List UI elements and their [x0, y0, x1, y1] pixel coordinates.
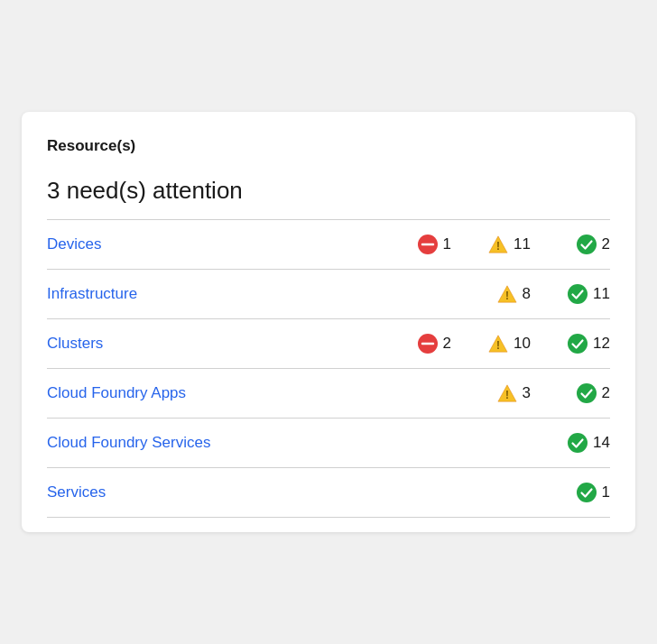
table-row: Devices 1 ! 11 2 [47, 220, 610, 270]
svg-text:!: ! [505, 389, 509, 401]
table-row: Services 1 [47, 468, 610, 518]
status-groups: 1 ! 11 2 [397, 235, 610, 254]
svg-text:!: ! [505, 290, 509, 302]
ok-status-group: 2 [556, 235, 610, 254]
table-row: Cloud Foundry Services 14 [47, 419, 610, 468]
check-icon [568, 284, 588, 304]
blocked-count: 1 [443, 235, 451, 253]
card-title: Resource(s) [47, 137, 610, 155]
warning-status-group: ! 3 [477, 383, 531, 403]
resource-name[interactable]: Services [47, 483, 245, 501]
ok-status-group: 12 [556, 334, 610, 354]
check-icon [568, 433, 588, 453]
ok-status-group: 1 [556, 483, 610, 502]
status-groups: ! 3 2 [404, 383, 610, 403]
ok-status-group: 2 [556, 383, 610, 403]
svg-point-15 [577, 383, 597, 403]
warning-icon: ! [497, 383, 517, 403]
warning-count: 8 [523, 285, 531, 303]
resource-name[interactable]: Clusters [47, 335, 245, 353]
attention-heading: 3 need(s) attention [47, 177, 610, 205]
warning-icon: ! [488, 334, 508, 354]
svg-text:!: ! [496, 339, 500, 352]
warning-count: 10 [514, 335, 531, 353]
resource-card: Resource(s) 3 need(s) attention Devices … [22, 112, 635, 532]
status-groups: 2 ! 10 12 [397, 334, 610, 354]
ok-count: 2 [602, 235, 610, 253]
table-row: Infrastructure ! 8 11 [47, 270, 610, 319]
resource-name[interactable]: Infrastructure [47, 285, 245, 303]
warning-status-group: ! 11 [477, 235, 531, 254]
check-icon [577, 383, 597, 403]
table-row: Clusters 2 ! 10 12 [47, 319, 610, 369]
ok-status-group: 14 [556, 433, 610, 453]
status-groups: 14 [412, 433, 610, 453]
check-icon [577, 235, 597, 254]
ok-count: 2 [602, 384, 610, 402]
status-groups: 1 [412, 483, 610, 502]
resource-name[interactable]: Cloud Foundry Apps [47, 384, 245, 402]
ok-count: 14 [593, 434, 610, 452]
warning-count: 11 [514, 235, 531, 253]
ok-count: 12 [593, 335, 610, 353]
svg-point-17 [577, 483, 597, 502]
blocked-status-group: 1 [397, 235, 451, 254]
blocked-icon [418, 334, 438, 354]
blocked-status-group: 2 [397, 334, 451, 354]
svg-point-4 [577, 235, 597, 254]
ok-count: 1 [602, 483, 610, 501]
svg-point-7 [568, 284, 588, 304]
check-icon [568, 334, 588, 354]
resource-rows: Devices 1 ! 11 2Infrastructure ! 8 11Clu… [47, 220, 610, 518]
warning-icon: ! [497, 284, 517, 304]
warning-status-group: ! 10 [477, 334, 531, 354]
svg-text:!: ! [496, 240, 500, 253]
ok-count: 11 [593, 285, 610, 303]
svg-point-12 [568, 334, 588, 354]
warning-icon: ! [488, 235, 508, 254]
warning-count: 3 [523, 384, 531, 402]
blocked-count: 2 [443, 335, 451, 353]
warning-status-group: ! 8 [477, 284, 531, 304]
resource-name[interactable]: Devices [47, 235, 245, 253]
check-icon [577, 483, 597, 502]
status-groups: ! 8 11 [404, 284, 610, 304]
table-row: Cloud Foundry Apps ! 3 2 [47, 369, 610, 419]
svg-point-16 [568, 433, 588, 453]
blocked-icon [418, 235, 438, 254]
ok-status-group: 11 [556, 284, 610, 304]
resource-name[interactable]: Cloud Foundry Services [47, 434, 245, 452]
